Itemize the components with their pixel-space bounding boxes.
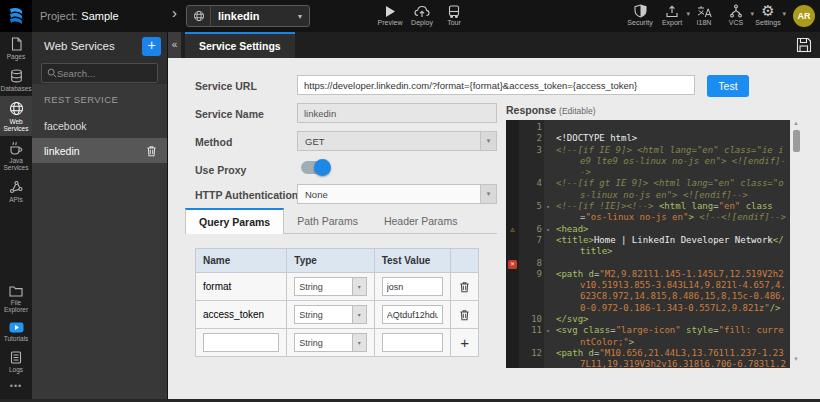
sidebar-item-apis[interactable]: APIs — [0, 175, 32, 207]
chevron-down-icon: ▾ — [298, 12, 309, 21]
breadcrumb-separator-icon: › — [172, 4, 177, 21]
chevron-down-icon: ▾ — [480, 132, 496, 150]
scroll-up-icon[interactable]: ▲ — [793, 120, 799, 126]
trash-icon — [459, 281, 470, 293]
table-row: access_token String▾ — [196, 301, 478, 329]
trash-icon[interactable] — [146, 145, 157, 157]
service-settings-content: Service URL Test Service Name Method GET… — [168, 58, 820, 399]
editor-scrollbar[interactable]: ▲ ▼ — [792, 120, 802, 368]
sidebar-item-java-services[interactable]: Java Services — [0, 136, 32, 175]
fold-icon[interactable]: ▾ — [544, 325, 552, 348]
section-label: REST SERVICE — [32, 84, 167, 113]
plus-icon: + — [460, 336, 469, 350]
web-services-panel: Web Services + REST SERVICE facebook lin… — [32, 32, 168, 399]
cloud-upload-icon — [414, 2, 430, 18]
table-header-row: Name Type Test Value — [196, 249, 478, 273]
column-header-test-value: Test Value — [375, 249, 451, 272]
preview-button[interactable]: Preview — [374, 2, 406, 26]
rest-service-section: REST SERVICE facebook linkedin — [32, 84, 167, 399]
param-test-value-input[interactable] — [382, 305, 443, 324]
tab-path-params[interactable]: Path Params — [284, 208, 371, 233]
code-line: 10</svg> — [506, 314, 790, 325]
tour-button[interactable]: Tour — [438, 2, 470, 26]
param-test-value-input[interactable] — [382, 277, 443, 296]
folder-icon — [9, 285, 23, 297]
use-proxy-label: Use Proxy — [195, 164, 246, 176]
settings-button[interactable]: ⚙ Settings ▾ — [752, 2, 784, 26]
service-name-input[interactable] — [297, 103, 497, 123]
param-name: format — [196, 273, 287, 300]
use-proxy-toggle[interactable] — [301, 161, 329, 174]
security-button[interactable]: Security — [624, 2, 656, 26]
export-button[interactable]: Export ▾ — [656, 2, 688, 26]
http-auth-label: HTTP Authentication — [195, 189, 298, 201]
sidebar-item-pages[interactable]: Pages — [0, 32, 32, 64]
save-button[interactable] — [796, 37, 812, 53]
delete-param-button[interactable] — [451, 273, 478, 300]
new-param-name-input[interactable] — [203, 333, 279, 352]
code-line: 12<path d="M10.656,21.44L3,13.761l1.237-… — [506, 348, 790, 368]
code-line: ✕8 — [506, 258, 790, 269]
add-service-button[interactable]: + — [142, 37, 161, 56]
sidebar-item-tutorials[interactable]: Tutorials — [0, 317, 32, 346]
new-param-test-value-input[interactable] — [382, 333, 443, 352]
translate-icon — [697, 2, 712, 18]
chevron-down-icon: ▾ — [352, 306, 366, 323]
http-auth-select[interactable]: None ▾ — [297, 184, 497, 204]
service-selector-value: linkedin — [211, 10, 298, 22]
sidebar-more-button[interactable]: ••• — [0, 377, 32, 399]
sidebar-item-file-explorer[interactable]: File Explorer — [0, 280, 32, 317]
table-row: format String▾ — [196, 273, 478, 301]
service-search[interactable] — [41, 63, 158, 83]
code-line: 4<!--[if gt IE 9]> <html lang="en" class… — [506, 178, 790, 201]
tab-query-params[interactable]: Query Params — [185, 208, 284, 234]
avatar[interactable]: AR — [793, 5, 815, 27]
project-name: Sample — [81, 10, 118, 22]
method-select[interactable]: GET ▾ — [297, 131, 497, 151]
tab-header-params[interactable]: Header Params — [371, 208, 471, 233]
fold-icon[interactable]: ▾ — [544, 201, 552, 224]
vcs-button[interactable]: VCS ▾ — [720, 2, 752, 26]
service-name-label: Service Name — [195, 108, 264, 120]
service-item-facebook[interactable]: facebook — [32, 113, 167, 138]
shield-icon — [634, 2, 647, 18]
play-icon — [384, 2, 396, 18]
branch-icon — [729, 2, 743, 18]
chevron-down-icon: ▾ — [782, 10, 786, 18]
tutorials-play-icon — [9, 322, 24, 333]
globe-icon — [9, 101, 24, 116]
param-name: access_token — [196, 301, 287, 328]
param-type-select[interactable]: String▾ — [294, 305, 366, 324]
wavemaker-logo[interactable] — [0, 0, 32, 32]
delete-param-button[interactable] — [451, 301, 478, 328]
param-type-select[interactable]: String▾ — [294, 333, 366, 352]
scroll-down-icon[interactable]: ▼ — [793, 356, 799, 362]
fold-icon[interactable]: ▾ — [544, 224, 552, 235]
collapse-panel-button[interactable]: « — [168, 32, 181, 58]
search-input[interactable] — [57, 68, 152, 79]
logs-icon — [10, 351, 22, 364]
coffee-icon — [9, 141, 23, 155]
column-header-type: Type — [287, 249, 374, 272]
service-selector-dropdown[interactable]: linkedin ▾ — [186, 5, 310, 27]
service-item-linkedin[interactable]: linkedin — [32, 138, 167, 163]
test-button[interactable]: Test — [707, 75, 749, 97]
response-code-editor[interactable]: 12<!DOCTYPE html>3<!--[if IE 9]> <html l… — [506, 120, 790, 368]
api-nodes-icon — [9, 180, 23, 194]
code-line: 9<path d="M2,9.821l1.145-1.145L7,12.519V… — [506, 269, 790, 314]
sidebar-item-logs[interactable]: Logs — [0, 346, 32, 377]
app-window: Project: Sample › linkedin ▾ Preview Dep… — [0, 0, 820, 402]
deploy-button[interactable]: Deploy — [406, 2, 438, 26]
sidebar-item-databases[interactable]: Databases — [0, 64, 32, 96]
tab-service-settings[interactable]: Service Settings — [185, 32, 295, 58]
export-icon — [665, 2, 679, 18]
save-floppy-icon — [796, 37, 812, 53]
service-url-input[interactable] — [297, 75, 695, 95]
scrollbar-thumb[interactable] — [793, 130, 800, 152]
param-type-select[interactable]: String▾ — [294, 277, 366, 296]
add-param-button[interactable]: + — [451, 329, 478, 356]
sidebar-item-web-services[interactable]: Web Services — [0, 96, 32, 136]
i18n-button[interactable]: I18N — [688, 2, 720, 26]
code-line: 7<title>Home | LinkedIn Developer Networ… — [506, 235, 790, 258]
chevron-down-icon: ▾ — [352, 278, 366, 295]
